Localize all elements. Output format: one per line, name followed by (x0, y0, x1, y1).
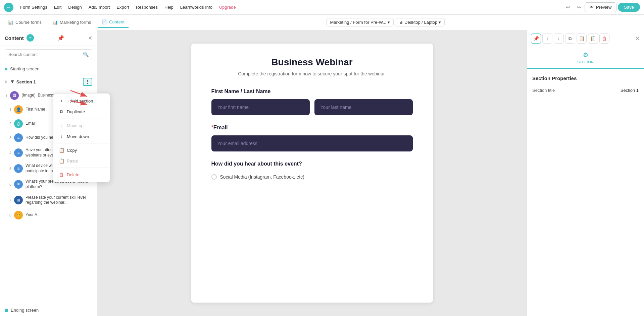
section-drag-handle[interactable]: ⠿ (5, 79, 8, 84)
add-section-icon: + (59, 98, 64, 104)
menu-add-import[interactable]: Add/Import (86, 3, 113, 11)
breadcrumb-area: Marketing / Form for Pre-W... ▾ 🖥 Deskto… (131, 18, 640, 26)
menu-edit[interactable]: Edit (51, 3, 64, 11)
search-area: 🔍 (0, 46, 97, 63)
preview-button[interactable]: 👁 Preview (585, 2, 616, 12)
save-button[interactable]: Save (618, 3, 640, 12)
context-add-section[interactable]: + + Add section (53, 96, 110, 106)
rp-duplicate-button[interactable]: ⧉ (565, 34, 575, 44)
sidebar-item-ending-screen[interactable]: Ending screen (0, 304, 97, 316)
context-move-down[interactable]: ↓ Move down (53, 131, 110, 142)
item-icon-list: ≡ (14, 148, 23, 157)
menu-upgrade[interactable]: Upgrade (216, 3, 239, 11)
rp-move-down-button[interactable]: ↓ (554, 34, 564, 44)
right-panel: 📌 ↑ ↓ ⧉ 📋 📋 🗑 ✕ ⚙ SECTION Section Proper… (527, 30, 644, 316)
rp-pin-button[interactable]: 📌 (531, 34, 541, 44)
menu-form-settings[interactable]: Form Settings (17, 3, 50, 11)
section-props-title: Section Properties (532, 75, 639, 81)
item-index: 6 (6, 182, 11, 186)
device-dropdown[interactable]: 🖥 Desktop / Laptop ▾ (395, 18, 445, 26)
rp-tab-section-label: SECTION (577, 60, 594, 64)
second-toolbar: 📊 Course forms 📊 Marketing forms 📄 Conte… (0, 15, 644, 30)
email-field[interactable]: Your email address (211, 135, 413, 151)
redo-button[interactable]: ↪ (574, 3, 583, 12)
item-index: 2 (6, 122, 11, 126)
list-item[interactable]: 8 😊 Your A... (1, 208, 96, 222)
item-index: 4 (6, 151, 11, 155)
form-title: Business Webinar (211, 57, 413, 68)
menu-responses[interactable]: Responses (133, 3, 160, 11)
search-input[interactable] (8, 52, 81, 57)
search-input-wrap: 🔍 (5, 49, 92, 59)
item-index: 5 (6, 167, 11, 171)
logo-button[interactable]: ← (4, 3, 13, 12)
rp-delete-button[interactable]: 🗑 (599, 34, 609, 44)
course-forms-icon: 📊 (8, 20, 13, 25)
tab-marketing-forms[interactable]: 📊 Marketing forms (48, 17, 95, 27)
sidebar-title: Content (5, 35, 24, 41)
form-canvas: Business Webinar Complete the registrati… (191, 44, 433, 303)
item-index: 3 (6, 136, 11, 140)
rp-move-up-button[interactable]: ↑ (542, 34, 552, 44)
section-menu-button[interactable]: ⋮ (83, 78, 92, 86)
sidebar-close-button[interactable]: ✕ (88, 35, 92, 41)
sidebar-add-button[interactable]: + (27, 34, 34, 42)
item-icon-matrix: ⊞ (14, 196, 23, 204)
context-duplicate[interactable]: ⧉ Duplicate (53, 106, 110, 117)
last-name-field[interactable]: Your last name (314, 99, 413, 115)
list-item[interactable]: 7 ⊞ Please rate your current skill level… (1, 192, 96, 208)
menu-learnworlds[interactable]: Learnworlds Info (178, 3, 215, 11)
context-delete[interactable]: 🗑 Delete (53, 169, 110, 180)
sidebar-header: Content + 📌 ✕ (0, 30, 97, 46)
form-subtitle: Complete the registration form now to se… (211, 71, 413, 76)
context-copy[interactable]: 📋 Copy (53, 145, 110, 155)
rp-paste-button[interactable]: 📋 (588, 34, 598, 44)
email-label: *Email (211, 125, 413, 131)
undo-button[interactable]: ↩ (563, 3, 573, 12)
sidebar-pin-button[interactable]: 📌 (57, 35, 64, 41)
menu-export[interactable]: Export (114, 3, 132, 11)
right-panel-toolbar: 📌 ↑ ↓ ⧉ 📋 📋 🗑 ✕ (527, 30, 644, 47)
rp-close-button[interactable]: ✕ (635, 35, 640, 42)
item-index: 8 (6, 213, 11, 217)
rp-tab-section[interactable]: ⚙ SECTION (527, 47, 644, 69)
item-icon-emoji: 😊 (14, 211, 23, 219)
rp-copy-button[interactable]: 📋 (577, 34, 587, 44)
undo-redo-group: ↩ ↪ (563, 3, 583, 12)
menu-design[interactable]: Design (65, 3, 84, 11)
item-icon-image: 🖼 (10, 91, 19, 100)
section-collapse-arrow[interactable]: ▼ (10, 79, 15, 85)
copy-icon: 📋 (59, 147, 64, 153)
item-index: i (6, 93, 7, 98)
tab-course-forms[interactable]: 📊 Course forms (4, 17, 46, 27)
tab-content[interactable]: 📄 Content (98, 17, 129, 28)
top-menubar: ← Form Settings Edit Design Add/Import E… (0, 0, 644, 15)
section-title-value: Section 1 (621, 88, 639, 93)
form-name-section-label: First Name / Last Name (211, 88, 413, 94)
item-icon-list: ≡ (14, 164, 23, 173)
first-name-field[interactable]: Your first name (211, 99, 310, 115)
breadcrumb-chevron-icon: ▾ (388, 20, 390, 25)
menu-help[interactable]: Help (162, 3, 176, 11)
item-label: Your A... (26, 212, 91, 218)
context-menu: + + Add section ⧉ Duplicate ↑ Move up ↓ … (53, 93, 110, 182)
move-up-icon: ↑ (59, 123, 64, 128)
item-icon-name: 👤 (14, 105, 23, 114)
delete-icon: 🗑 (59, 172, 64, 177)
name-fields: Your first name Your last name (211, 99, 413, 115)
item-icon-list: ≡ (14, 133, 23, 142)
section-title-label: Section title (532, 88, 555, 93)
sidebar-item-starting-screen[interactable]: Starting screen (0, 63, 97, 75)
move-down-icon: ↓ (59, 134, 64, 139)
ending-screen-dot (5, 309, 8, 312)
right-panel-tabs: ⚙ SECTION (527, 47, 644, 69)
radio-option: Social Media (Instagram, Facebook, etc) (211, 172, 413, 182)
context-paste: 📋 Paste (53, 155, 110, 166)
search-icon: 🔍 (83, 52, 89, 57)
breadcrumb-dropdown[interactable]: Marketing / Form for Pre-W... ▾ (326, 18, 394, 26)
context-move-up: ↑ Move up (53, 120, 110, 131)
section-header: ⠿ ▼ Section 1 ⋮ (0, 75, 97, 88)
item-label: Please rate your current skill level reg… (26, 195, 91, 205)
section-title-row: Section title Section 1 (532, 88, 639, 93)
content-icon: 📄 (102, 19, 107, 24)
